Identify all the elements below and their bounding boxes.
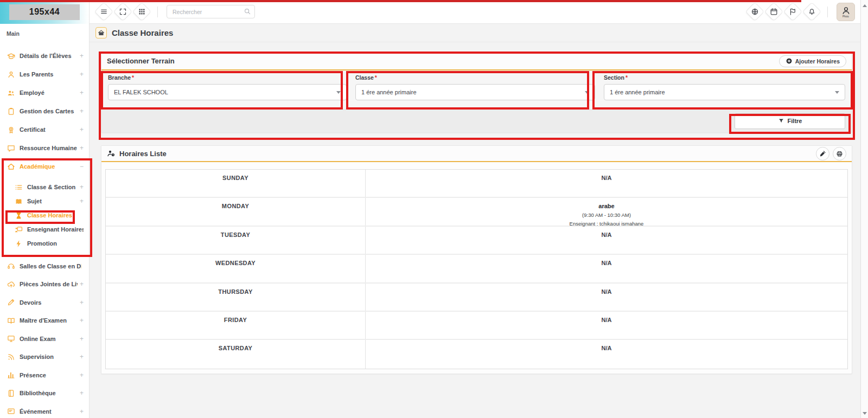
expand-plus-icon[interactable]: + [80, 183, 84, 191]
menu-toggle-button[interactable] [94, 2, 113, 21]
main-content: Classe Horaires Sélectionner Terrain Ajo… [90, 24, 860, 418]
value-cell: N/A [366, 340, 847, 368]
sidebar-item-label: Employé [20, 89, 78, 96]
header-left-group [97, 5, 255, 18]
sidebar-item-bibliotheque[interactable]: Bibliothèque + [0, 384, 89, 403]
sidebar-item-promotion[interactable]: Promotion [0, 236, 89, 250]
required-mark: * [132, 74, 134, 81]
calendar-button[interactable] [764, 2, 783, 21]
sidebar-item-supervision[interactable]: Supervision + [0, 348, 89, 366]
people-icon [7, 89, 15, 97]
sidebar-item-gestion-des-cartes[interactable]: Gestion des Cartes + [0, 102, 89, 120]
logo-area: 195x44 [0, 0, 89, 24]
sidebar-item-details-eleves[interactable]: Détails de l'Élèves + [0, 47, 89, 65]
sidebar-item-label: Online Exam [20, 336, 78, 342]
sidebar-item-label: Ressource Humaine [20, 145, 78, 151]
expand-plus-icon[interactable]: + [80, 371, 84, 379]
expand-plus-icon[interactable]: + [80, 70, 84, 78]
sidebar-item-les-parents[interactable]: Les Parents + [0, 65, 89, 83]
avatar-label: Photo [843, 15, 849, 18]
schedule-panel-header: Horaires Liste [101, 146, 852, 162]
notifications-button[interactable] [802, 2, 821, 21]
schedule-header-actions [816, 147, 846, 160]
sidebar-item-label: Classe & Section [27, 184, 78, 190]
sidebar-item-pieces-jointes[interactable]: Pièces Jointes de Livres + [0, 275, 89, 294]
expand-plus-icon[interactable]: + [80, 317, 84, 324]
breadcrumb-home-button[interactable] [95, 27, 107, 38]
expand-plus-icon[interactable]: + [80, 299, 84, 306]
branche-select-value: EL FALEK SCHOOL [114, 89, 168, 95]
sidebar-item-salles-de-classe[interactable]: Salles de Classe en Direct [0, 257, 89, 275]
expand-plus-icon[interactable]: + [80, 353, 84, 361]
menu-icon [100, 8, 108, 16]
rss-icon [7, 353, 15, 361]
top-header: Photo [90, 0, 860, 24]
user-avatar-button[interactable]: Photo [837, 3, 855, 21]
flag-button[interactable] [783, 2, 802, 21]
funnel-icon [778, 118, 784, 124]
expand-plus-icon[interactable]: + [80, 280, 84, 288]
sidebar-item-classe-horaires[interactable]: Classe Horaires [0, 208, 89, 222]
sidebar-item-academique[interactable]: Académique − [0, 157, 89, 176]
bell-icon [808, 8, 816, 16]
sidebar-item-ressource-humaine[interactable]: Ressource Humaine + [0, 139, 89, 157]
grid-menu-button[interactable] [132, 2, 151, 21]
sidebar-item-label: Supervision [20, 353, 78, 360]
filtre-button[interactable]: Filtre [735, 113, 845, 129]
sidebar-item-sujet[interactable]: Sujet + [0, 194, 89, 208]
scroll-up-icon[interactable] [863, 4, 867, 7]
sidebar-item-employe[interactable]: Employé + [0, 83, 89, 102]
classe-select[interactable]: 1 ére année primaire [355, 84, 595, 100]
person-icon [7, 70, 15, 79]
hourglass-icon [14, 211, 23, 220]
expand-plus-icon[interactable]: + [80, 126, 84, 133]
add-horaires-button[interactable]: Ajouter Horaires [779, 55, 846, 67]
search-input[interactable] [167, 5, 255, 18]
sidebar-item-label: Bibliothèque [20, 390, 78, 396]
plus-circle-icon [786, 57, 793, 65]
graduation-cap-icon [7, 52, 15, 60]
expand-plus-icon[interactable]: + [80, 408, 84, 415]
expand-plus-icon[interactable]: + [80, 197, 84, 205]
filter-panel: Sélectionner Terrain Ajouter Horaires Br… [101, 52, 852, 133]
expand-plus-icon[interactable]: + [80, 335, 84, 343]
expand-plus-icon[interactable]: + [80, 52, 84, 60]
export-pen-button[interactable] [816, 147, 829, 160]
expand-plus-icon[interactable]: + [80, 89, 84, 97]
sidebar-item-evenement[interactable]: Événement + [0, 402, 89, 418]
scroll-down-icon[interactable] [863, 412, 867, 415]
search-icon[interactable] [244, 8, 251, 15]
sidebar-item-maitre-examen[interactable]: Maître d'Examen + [0, 312, 89, 330]
sidebar-rest: Salles de Classe en Direct Pièces Jointe… [0, 257, 89, 418]
sidebar-item-presence[interactable]: Présence + [0, 366, 89, 384]
teacher-name: Enseignant : tchikaoui ismahane [366, 221, 847, 227]
collapse-minus-icon[interactable]: − [80, 163, 84, 170]
sidebar-item-enseignant-horaires[interactable]: Enseignant Horaires [0, 222, 89, 236]
language-button[interactable] [745, 2, 764, 21]
fullscreen-button[interactable] [113, 2, 132, 21]
print-button[interactable] [833, 147, 846, 160]
printer-icon [836, 150, 843, 157]
expand-plus-icon[interactable]: + [80, 107, 84, 115]
table-row: WEDNESDAY N/A [106, 255, 847, 283]
sidebar-item-devoirs[interactable]: Devoirs + [0, 293, 89, 312]
sidebar-item-certificat[interactable]: Certificat + [0, 120, 89, 139]
sidebar-item-label: Enseignant Horaires [27, 226, 84, 233]
section-select[interactable]: 1 ére année primaire [604, 84, 845, 100]
teacher-board-icon [14, 226, 23, 234]
expand-plus-icon[interactable]: + [80, 389, 84, 397]
grid-icon [138, 8, 146, 16]
book-icon [14, 197, 23, 205]
page-scrollbar[interactable] [860, 0, 868, 418]
expand-plus-icon[interactable]: + [80, 144, 84, 152]
sidebar-item-online-exam[interactable]: Online Exam + [0, 330, 89, 348]
value-cell: N/A [366, 227, 847, 254]
sidebar-item-classe-section[interactable]: Classe & Section + [0, 180, 89, 194]
lightning-icon [14, 240, 23, 248]
table-row: MONDAY arabe (9:30 AM - 10:30 AM) Enseig… [106, 198, 847, 226]
value-cell: arabe (9:30 AM - 10:30 AM) Enseignant : … [366, 198, 847, 225]
fullscreen-icon [119, 8, 127, 16]
branche-select[interactable]: EL FALEK SCHOOL [108, 84, 347, 100]
day-cell: WEDNESDAY [106, 255, 366, 282]
day-cell: TUESDAY [106, 227, 366, 254]
